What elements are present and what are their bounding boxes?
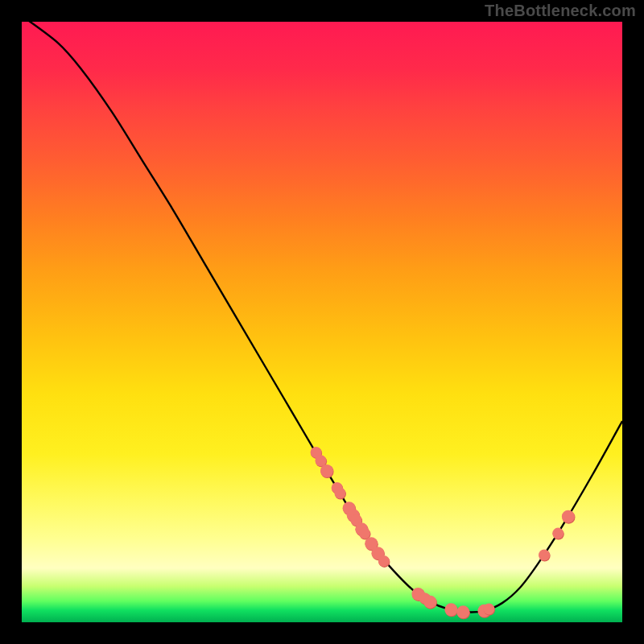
data-point <box>562 510 575 523</box>
data-point <box>444 603 457 616</box>
bottleneck-curve <box>22 16 622 613</box>
data-point <box>320 464 333 477</box>
data-point <box>552 528 564 539</box>
data-point <box>456 605 469 618</box>
data-point <box>334 488 345 499</box>
data-points-group <box>311 447 576 619</box>
curve-svg-layer <box>22 22 622 622</box>
data-point <box>539 549 550 560</box>
watermark-text: TheBottleneck.com <box>485 2 636 20</box>
data-point <box>378 555 390 567</box>
data-point <box>483 604 494 615</box>
data-point <box>423 596 436 609</box>
data-point <box>359 528 370 539</box>
chart-container: TheBottleneck.com <box>0 0 644 644</box>
data-point <box>316 455 327 466</box>
